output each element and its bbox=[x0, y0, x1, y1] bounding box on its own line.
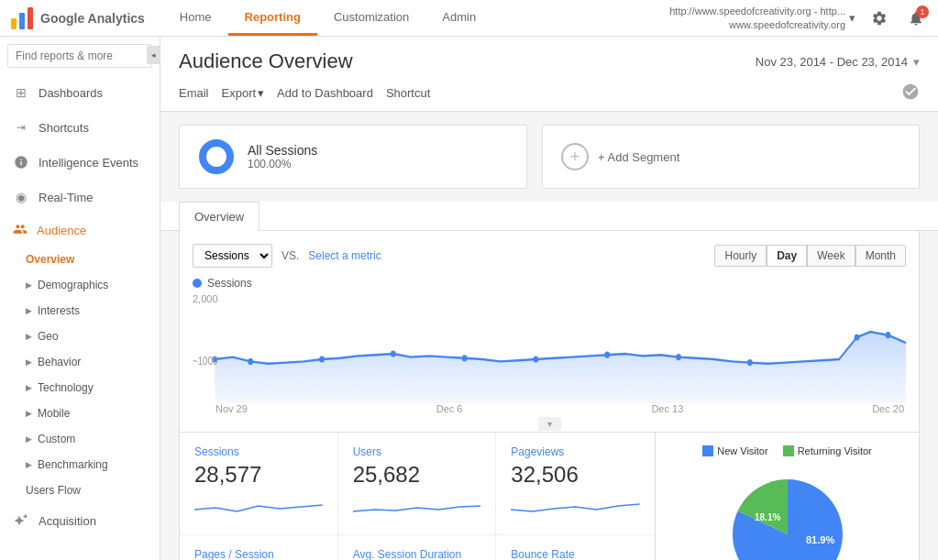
export-button[interactable]: Export ▾ bbox=[222, 86, 265, 100]
sidebar-subitem-custom[interactable]: ▶ Custom bbox=[0, 426, 160, 452]
segment-donut-chart bbox=[198, 138, 235, 175]
chevron-icon-technology: ▶ bbox=[26, 383, 32, 392]
settings-button[interactable] bbox=[866, 5, 892, 31]
time-btn-day[interactable]: Day bbox=[767, 245, 807, 267]
sidebar-item-dashboards[interactable]: ⊞ Dashboards bbox=[0, 75, 160, 110]
sparkline-sessions bbox=[194, 491, 323, 519]
shortcut-button[interactable]: Shortcut bbox=[386, 86, 430, 100]
svg-point-13 bbox=[855, 334, 860, 340]
sidebar-item-shortcuts[interactable]: ⇥ Shortcuts bbox=[0, 110, 160, 145]
sessions-chart: ~1000 bbox=[193, 293, 906, 403]
time-btn-week[interactable]: Week bbox=[807, 245, 855, 267]
sidebar-subitem-geo[interactable]: ▶ Geo bbox=[0, 324, 160, 349]
metric-value-sessions: 28,577 bbox=[194, 462, 323, 488]
date-range-arrow: ▾ bbox=[913, 55, 920, 69]
email-button[interactable]: Email bbox=[179, 86, 209, 100]
sidebar: ◂ ⊞ Dashboards ⇥ Shortcuts Intelligence … bbox=[0, 37, 160, 560]
nav-customization[interactable]: Customization bbox=[317, 1, 425, 36]
sessions-legend-label: Sessions bbox=[207, 277, 252, 290]
chart-section: Sessions VS. Select a metric Hourly Day … bbox=[179, 231, 920, 433]
content-area: Audience Overview Nov 23, 2014 - Dec 23,… bbox=[160, 37, 938, 560]
collapse-arrow-icon: ▾ bbox=[538, 417, 561, 431]
svg-point-5 bbox=[248, 358, 253, 365]
sidebar-subitem-usersflow[interactable]: Users Flow bbox=[0, 478, 160, 503]
help-icon-area bbox=[901, 82, 920, 104]
sidebar-collapse-button[interactable]: ◂ bbox=[147, 46, 160, 64]
action-bar: Email Export ▾ Add to Dashboard Shortcut bbox=[179, 82, 920, 111]
chevron-icon-mobile: ▶ bbox=[26, 409, 32, 418]
metric-value-users: 25,682 bbox=[353, 462, 481, 488]
svg-point-10 bbox=[604, 352, 610, 358]
sparkline-pageviews bbox=[511, 491, 640, 519]
metric-card-avg-session: Avg. Session Duration 00:00:35 bbox=[338, 535, 497, 560]
nav-reporting[interactable]: Reporting bbox=[228, 1, 317, 36]
dashboards-icon: ⊞ bbox=[13, 84, 29, 101]
svg-text:~1000: ~1000 bbox=[193, 355, 217, 367]
sidebar-item-intelligence[interactable]: Intelligence Events bbox=[0, 145, 160, 180]
sidebar-subitem-mobile-label: Mobile bbox=[38, 407, 70, 420]
chart-collapse-button[interactable]: ▾ bbox=[193, 414, 906, 432]
main-layout: ◂ ⊞ Dashboards ⇥ Shortcuts Intelligence … bbox=[0, 37, 938, 560]
metric-label-pages-session: Pages / Session bbox=[194, 548, 323, 560]
metrics-grid: Sessions 28,577 Users 25,682 Pageviews 3… bbox=[180, 433, 656, 560]
chevron-icon-demographics: ▶ bbox=[26, 280, 32, 290]
metric-label-sessions: Sessions bbox=[194, 445, 323, 458]
sidebar-subitem-usersflow-label: Users Flow bbox=[26, 484, 81, 497]
chart-x-labels: Nov 29 Dec 6 Dec 13 Dec 20 bbox=[193, 403, 906, 414]
segment-name: All Sessions bbox=[248, 143, 317, 158]
select-metric-link[interactable]: Select a metric bbox=[308, 249, 381, 262]
page-title: Audience Overview bbox=[179, 49, 353, 73]
acquisition-icon bbox=[13, 512, 29, 529]
metric-label-bounce-rate: Bounce Rate bbox=[511, 548, 640, 560]
date-range-picker[interactable]: Nov 23, 2014 - Dec 23, 2014 ▾ bbox=[756, 55, 920, 69]
date-range-text: Nov 23, 2014 - Dec 23, 2014 bbox=[756, 55, 908, 69]
metric-select[interactable]: Sessions bbox=[193, 244, 272, 268]
sidebar-subitem-custom-label: Custom bbox=[38, 433, 75, 445]
sidebar-subitem-mobile[interactable]: ▶ Mobile bbox=[0, 401, 160, 426]
legend-returning-visitor: Returning Visitor bbox=[783, 445, 872, 456]
site-url[interactable]: http://www.speedofcreativity.org - http.… bbox=[669, 5, 855, 31]
sidebar-subitem-interests[interactable]: ▶ Interests bbox=[0, 298, 160, 324]
sidebar-subitem-technology-label: Technology bbox=[38, 381, 94, 394]
metrics-area: Sessions 28,577 Users 25,682 Pageviews 3… bbox=[179, 433, 920, 560]
sidebar-subitem-demographics[interactable]: ▶ Demographics bbox=[0, 272, 160, 298]
add-segment-card[interactable]: + + Add Segment bbox=[542, 125, 920, 189]
svg-rect-1 bbox=[19, 13, 25, 29]
sidebar-label-realtime: Real-Time bbox=[39, 191, 93, 204]
sidebar-label-acquisition: Acquisition bbox=[39, 514, 96, 528]
sidebar-item-audience[interactable]: Audience bbox=[0, 214, 160, 247]
time-btn-month[interactable]: Month bbox=[855, 245, 906, 267]
top-nav-right: http://www.speedofcreativity.org - http.… bbox=[669, 5, 929, 31]
sessions-legend-dot bbox=[193, 279, 202, 288]
chart-controls: Sessions VS. Select a metric Hourly Day … bbox=[193, 244, 906, 268]
sidebar-subitem-benchmarking[interactable]: ▶ Benchmarking bbox=[0, 452, 160, 478]
top-nav-links: Home Reporting Customization Admin bbox=[163, 1, 669, 36]
sidebar-subitem-technology[interactable]: ▶ Technology bbox=[0, 375, 160, 401]
svg-point-12 bbox=[747, 359, 753, 366]
logo: Google Analytics bbox=[9, 5, 145, 31]
intelligence-icon bbox=[13, 154, 29, 170]
sidebar-label-dashboards: Dashboards bbox=[39, 86, 103, 100]
sidebar-subitem-overview[interactable]: Overview bbox=[0, 247, 160, 272]
notifications-button[interactable]: 1 bbox=[903, 5, 929, 31]
pie-svg: 81.9% 18.1% bbox=[714, 466, 861, 560]
chevron-icon-geo: ▶ bbox=[26, 332, 32, 341]
segment-info: All Sessions 100.00% bbox=[248, 143, 317, 170]
new-visitor-label: New Visitor bbox=[717, 445, 767, 456]
metric-card-sessions: Sessions 28,577 bbox=[180, 433, 338, 535]
pie-chart-area: New Visitor Returning Visitor bbox=[656, 433, 919, 560]
tab-overview[interactable]: Overview bbox=[179, 202, 259, 231]
sidebar-item-acquisition[interactable]: Acquisition bbox=[0, 503, 160, 538]
svg-point-11 bbox=[676, 354, 681, 360]
add-to-dashboard-button[interactable]: Add to Dashboard bbox=[277, 86, 373, 100]
sidebar-item-realtime[interactable]: ◉ Real-Time bbox=[0, 180, 160, 214]
nav-admin[interactable]: Admin bbox=[425, 1, 492, 36]
time-buttons: Hourly Day Week Month bbox=[714, 245, 906, 267]
sidebar-subitem-behavior[interactable]: ▶ Behavior bbox=[0, 349, 160, 375]
search-input[interactable] bbox=[7, 44, 152, 68]
nav-home[interactable]: Home bbox=[163, 1, 228, 36]
svg-point-9 bbox=[533, 356, 538, 362]
returning-visitor-color bbox=[783, 445, 794, 456]
time-btn-hourly[interactable]: Hourly bbox=[714, 245, 767, 267]
overview-tab-bar: Overview bbox=[160, 202, 938, 231]
